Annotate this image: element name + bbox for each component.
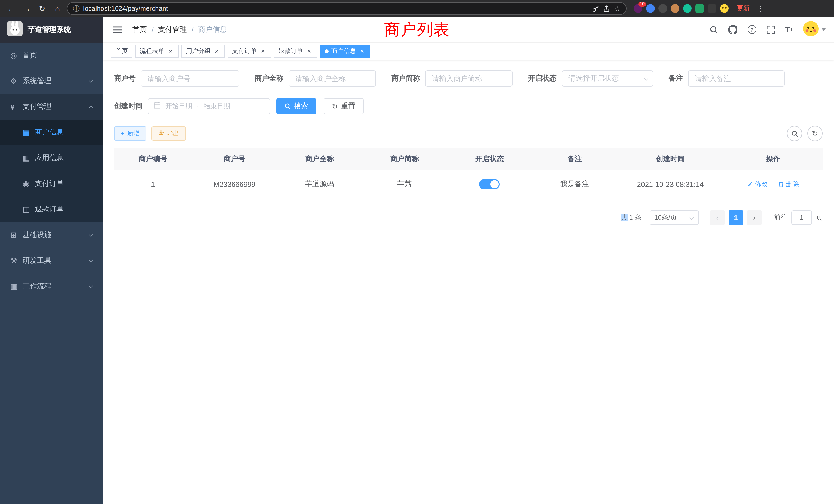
key-icon[interactable] — [592, 5, 599, 12]
reset-button[interactable]: ↻ 重置 — [324, 98, 363, 114]
sidebar-item-home[interactable]: ◎ 首页 — [0, 43, 103, 68]
export-button[interactable]: 导出 — [152, 126, 186, 141]
tab-user-group[interactable]: 用户分组 × — [181, 44, 225, 58]
sidebar-item-refund-order[interactable]: ◫ 退款订单 — [0, 197, 103, 222]
update-button[interactable]: 更新 — [737, 4, 750, 13]
close-icon[interactable]: × — [213, 47, 220, 55]
page-content: 商户号 商户全称 商户简称 开启状态 请选择开启状态 — [103, 60, 834, 504]
breadcrumb-payment[interactable]: 支付管理 — [158, 25, 187, 34]
toggle-search-button[interactable] — [787, 126, 802, 141]
main-area: 首页 / 支付管理 / 商户信息 商户列表 ? — [103, 17, 834, 504]
breadcrumb-home[interactable]: 首页 — [132, 25, 147, 34]
tab-process-form[interactable]: 流程表单 × — [135, 44, 179, 58]
export-button-label: 导出 — [167, 129, 179, 138]
sidebar-item-system[interactable]: ⚙ 系统管理 — [0, 68, 103, 94]
reload-button[interactable]: ↻ — [36, 2, 48, 15]
extension-icon-6[interactable] — [695, 4, 704, 13]
delete-button[interactable]: 删除 — [778, 180, 799, 189]
tab-merchant-info[interactable]: 商户信息 × — [320, 44, 370, 58]
search-button[interactable]: 搜索 — [276, 98, 316, 114]
sidebar-item-label: 支付管理 — [23, 102, 51, 111]
user-avatar — [803, 21, 818, 38]
back-button[interactable]: ← — [5, 2, 18, 15]
close-icon[interactable]: × — [306, 47, 313, 55]
filter-status: 开启状态 请选择开启状态 — [528, 70, 653, 87]
forward-button[interactable]: → — [21, 2, 33, 15]
page-size-value: 10条/页 — [654, 213, 677, 222]
col-header: 创建时间 — [617, 148, 724, 170]
extension-icon-1[interactable]: 10 — [634, 4, 642, 13]
fullscreen-icon[interactable] — [766, 25, 775, 33]
goto-page-input[interactable] — [791, 210, 812, 225]
sidebar-logo[interactable]: 芋道管理系统 — [0, 17, 103, 43]
menu-kebab-icon[interactable]: ⋮ — [757, 4, 765, 13]
filter-row-1: 商户号 商户全称 商户简称 开启状态 请选择开启状态 — [114, 70, 823, 87]
tab-label: 退款订单 — [278, 47, 303, 55]
sidebar-item-workflow[interactable]: ▥ 工作流程 — [0, 274, 103, 299]
tab-pay-order[interactable]: 支付订单 × — [227, 44, 271, 58]
page-number-current[interactable]: 1 — [729, 210, 743, 225]
short-name-input[interactable] — [425, 70, 512, 87]
home-button[interactable]: ⌂ — [51, 2, 64, 15]
date-range-picker[interactable]: 开始日期 - 结束日期 — [148, 98, 270, 114]
sidebar-item-payment[interactable]: ¥ 支付管理 — [0, 94, 103, 120]
start-date-placeholder[interactable]: 开始日期 — [166, 101, 192, 111]
hamburger-icon[interactable] — [111, 25, 124, 33]
page-size-select[interactable]: 10条/页 — [650, 210, 699, 225]
extension-icon-7[interactable] — [708, 4, 717, 13]
extension-icon-4[interactable] — [671, 4, 679, 13]
app-title: 芋道管理系统 — [28, 25, 71, 35]
search-icon[interactable] — [709, 25, 718, 33]
tab-refund-order[interactable]: 退款订单 × — [274, 44, 317, 58]
help-icon[interactable]: ? — [747, 25, 756, 34]
url-text: localhost:1024/pay/merchant — [83, 5, 589, 12]
close-icon[interactable]: × — [167, 47, 174, 55]
cell-merchant-no: M233666999 — [192, 170, 277, 199]
sidebar-item-label: 应用信息 — [35, 154, 64, 163]
sidebar-item-label: 研发工具 — [23, 256, 51, 265]
refresh-table-button[interactable]: ↻ — [807, 126, 823, 141]
status-select[interactable]: 请选择开启状态 — [562, 70, 653, 87]
extension-icon-5[interactable] — [683, 4, 692, 13]
add-button[interactable]: + 新增 — [114, 126, 146, 141]
extension-icon-2[interactable] — [646, 4, 655, 13]
site-info-icon[interactable]: ⓘ — [73, 4, 80, 13]
sidebar-item-merchant-info[interactable]: ▤ 商户信息 — [0, 120, 103, 145]
sidebar-item-infra[interactable]: ⊞ 基础设施 — [0, 222, 103, 248]
edit-button[interactable]: 修改 — [747, 180, 768, 189]
field-label: 开启状态 — [528, 74, 557, 83]
page-next-button[interactable]: › — [747, 210, 762, 225]
table-toolbar: + 新增 导出 ↻ — [114, 126, 823, 141]
user-menu[interactable] — [803, 21, 826, 38]
app-shell: 芋道管理系统 ◎ 首页 ⚙ 系统管理 ¥ 支付管理 ▤ 商户信息 — [0, 17, 834, 504]
end-date-placeholder[interactable]: 结束日期 — [204, 101, 230, 111]
github-icon[interactable] — [728, 25, 737, 34]
col-header: 商户号 — [192, 148, 277, 170]
cell-id: 1 — [114, 170, 192, 199]
browser-profile-avatar[interactable] — [720, 4, 729, 13]
filter-merchant-no: 商户号 — [114, 70, 239, 87]
tab-home[interactable]: 首页 — [111, 44, 132, 58]
sidebar-item-devtools[interactable]: ⚒ 研发工具 — [0, 248, 103, 274]
font-size-icon[interactable]: TT — [785, 25, 793, 34]
merchant-no-input[interactable] — [141, 70, 239, 87]
extension-icon-3[interactable] — [658, 4, 667, 13]
sidebar-item-app-info[interactable]: ▦ 应用信息 — [0, 145, 103, 171]
address-bar[interactable]: ⓘ localhost:1024/pay/merchant ☆ — [67, 2, 627, 15]
status-toggle[interactable] — [479, 179, 500, 189]
close-icon[interactable]: × — [358, 47, 366, 55]
field-label: 创建时间 — [114, 101, 143, 111]
page-prev-button[interactable]: ‹ — [710, 210, 725, 225]
date-separator: - — [197, 102, 199, 110]
full-name-input[interactable] — [289, 70, 376, 87]
field-label: 备注 — [668, 74, 683, 83]
select-placeholder: 请选择开启状态 — [569, 74, 619, 83]
remark-input[interactable] — [688, 70, 785, 87]
sidebar-item-pay-order[interactable]: ◉ 支付订单 — [0, 171, 103, 197]
bookmark-star-icon[interactable]: ☆ — [614, 4, 620, 13]
screen: ← → ↻ ⌂ ⓘ localhost:1024/pay/merchant ☆ … — [0, 0, 834, 504]
page-goto: 前往 页 — [774, 210, 823, 225]
navbar-actions: ? TT — [709, 21, 826, 38]
share-icon[interactable] — [603, 5, 610, 12]
close-icon[interactable]: × — [259, 47, 266, 55]
